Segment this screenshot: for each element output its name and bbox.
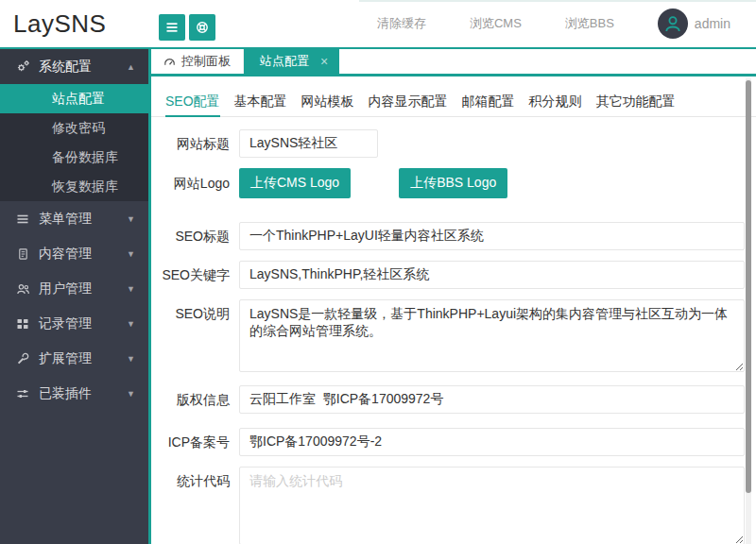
sidebar-accent-border <box>148 49 151 544</box>
subtab-points-rules[interactable]: 积分规则 <box>529 90 582 117</box>
seo-keywords-input[interactable] <box>239 261 745 289</box>
subtab-seo-config[interactable]: SEO配置 <box>165 90 220 117</box>
sidebar-item-extension-management[interactable]: 扩展管理 ▼ <box>0 341 148 376</box>
wrench-icon <box>15 352 30 366</box>
brand-logo: LaySNS <box>13 0 106 47</box>
seo-description-label: SEO说明 <box>151 299 239 372</box>
view-cms-link[interactable]: 浏览CMS <box>470 15 522 32</box>
form-row: SEO说明 LaySNS是一款轻量级，基于ThinkPHP+Layui架构的集内… <box>151 299 756 372</box>
statistics-code-label: 统计代码 <box>151 467 239 544</box>
seo-title-label: SEO标题 <box>151 222 239 250</box>
avatar[interactable] <box>658 8 688 39</box>
seo-title-input[interactable] <box>239 222 745 250</box>
subtab-other-functions-config[interactable]: 其它功能配置 <box>596 90 676 117</box>
sidebar-item-label: 系统配置 <box>39 59 92 76</box>
system-config-submenu: 站点配置 修改密码 备份数据库 恢复数据库 <box>0 84 148 201</box>
form-row: 网站Logo 上传CMS Logo 上传BBS Logo <box>151 168 756 198</box>
site-logo-label: 网站Logo <box>151 168 239 198</box>
collapse-sidebar-button[interactable] <box>159 14 185 41</box>
icp-number-input[interactable] <box>239 428 745 456</box>
caret-up-icon: ▲ <box>127 62 135 72</box>
settings-subtabs: SEO配置 基本配置 网站模板 内容显示配置 邮箱配置 积分规则 其它功能配置 <box>151 90 756 117</box>
sidebar-item-label: 已装插件 <box>39 385 92 402</box>
close-icon[interactable]: × <box>320 55 328 68</box>
tab-label: 站点配置 <box>260 53 309 70</box>
seo-keywords-label: SEO关键字 <box>151 261 239 289</box>
refresh-help-button[interactable] <box>189 14 215 41</box>
tab-dashboard[interactable]: 控制面板 <box>151 49 244 74</box>
upload-bbs-logo-button[interactable]: 上传BBS Logo <box>399 168 507 198</box>
form-row: SEO标题 <box>151 222 756 250</box>
sidebar-item-label: 内容管理 <box>39 246 92 263</box>
seo-description-textarea[interactable]: LaySNS是一款轻量级，基于ThinkPHP+Layui架构的集内容管理与社区… <box>239 299 745 372</box>
clear-cache-link[interactable]: 清除缓存 <box>377 15 426 32</box>
main-content: SEO配置 基本配置 网站模板 内容显示配置 邮箱配置 积分规则 其它功能配置 … <box>151 76 756 544</box>
tab-label: 控制面板 <box>181 53 231 70</box>
subtab-content-display-config[interactable]: 内容显示配置 <box>369 90 448 117</box>
form-row: 网站标题 <box>151 129 756 158</box>
sidebar-item-menu-management[interactable]: 菜单管理 ▼ <box>0 201 148 236</box>
sidebar-item-change-password[interactable]: 修改密码 <box>0 113 148 143</box>
sidebar-item-user-management[interactable]: 用户管理 ▼ <box>0 271 148 306</box>
copyright-label: 版权信息 <box>151 385 239 414</box>
form-row: ICP备案号 <box>151 428 756 456</box>
sidebar-item-backup-database[interactable]: 备份数据库 <box>0 143 148 172</box>
caret-down-icon: ▼ <box>127 214 135 224</box>
subtab-mail-config[interactable]: 邮箱配置 <box>462 90 515 117</box>
form-row: SEO关键字 <box>151 261 756 289</box>
life-ring-icon <box>196 21 209 34</box>
caret-down-icon: ▼ <box>127 249 135 259</box>
grid-icon <box>15 317 30 331</box>
seo-config-form: 网站标题 网站Logo 上传CMS Logo 上传BBS Logo SEO标题 … <box>151 129 756 544</box>
caret-down-icon: ▼ <box>127 389 135 399</box>
cogs-icon <box>15 60 30 74</box>
header: LaySNS 清除缓存 浏览CMS 浏览BBS admin <box>0 0 756 49</box>
sliders-icon <box>15 387 30 400</box>
subtab-site-template[interactable]: 网站模板 <box>301 90 354 117</box>
caret-down-icon: ▼ <box>127 284 135 294</box>
sidebar-item-system-config[interactable]: 系统配置 ▲ <box>0 49 148 84</box>
caret-down-icon: ▼ <box>127 354 135 364</box>
tab-site-config[interactable]: 站点配置 × <box>244 49 339 74</box>
form-row: 版权信息 <box>151 385 756 414</box>
dashboard-icon <box>163 56 176 68</box>
user-icon <box>663 14 682 33</box>
statistics-code-textarea[interactable] <box>239 467 745 544</box>
sidebar-item-restore-database[interactable]: 恢复数据库 <box>0 172 148 201</box>
sidebar-item-installed-plugins[interactable]: 已装插件 ▼ <box>0 376 148 411</box>
sidebar-item-site-config[interactable]: 站点配置 <box>0 84 148 113</box>
subtab-basic-config[interactable]: 基本配置 <box>234 90 287 117</box>
copyright-input[interactable] <box>239 385 745 414</box>
sidebar-item-label: 菜单管理 <box>39 211 92 228</box>
sidebar-item-label: 用户管理 <box>39 280 92 298</box>
username-label[interactable]: admin <box>695 16 730 31</box>
users-icon <box>15 282 30 296</box>
upload-cms-logo-button[interactable]: 上传CMS Logo <box>239 168 351 198</box>
scrollbar-thumb[interactable] <box>746 80 751 493</box>
menu-icon <box>15 212 30 226</box>
sidebar-item-record-management[interactable]: 记录管理 ▼ <box>0 306 148 341</box>
sidebar-item-label: 记录管理 <box>39 315 92 332</box>
site-title-input[interactable] <box>239 129 378 158</box>
document-icon <box>15 247 30 261</box>
form-row: 统计代码 <box>151 467 756 544</box>
site-title-label: 网站标题 <box>151 129 239 158</box>
view-bbs-link[interactable]: 浏览BBS <box>565 15 614 32</box>
sidebar-item-label: 扩展管理 <box>39 350 92 367</box>
hamburger-icon <box>165 21 179 34</box>
header-actions: 清除缓存 浏览CMS 浏览BBS admin <box>377 0 730 47</box>
tabbar: 控制面板 站点配置 × <box>151 49 756 76</box>
icp-number-label: ICP备案号 <box>151 428 239 456</box>
sidebar: 系统配置 ▲ 站点配置 修改密码 备份数据库 恢复数据库 菜单管理 ▼ 内容管理… <box>0 49 148 544</box>
caret-down-icon: ▼ <box>127 319 135 329</box>
sidebar-item-content-management[interactable]: 内容管理 ▼ <box>0 236 148 271</box>
